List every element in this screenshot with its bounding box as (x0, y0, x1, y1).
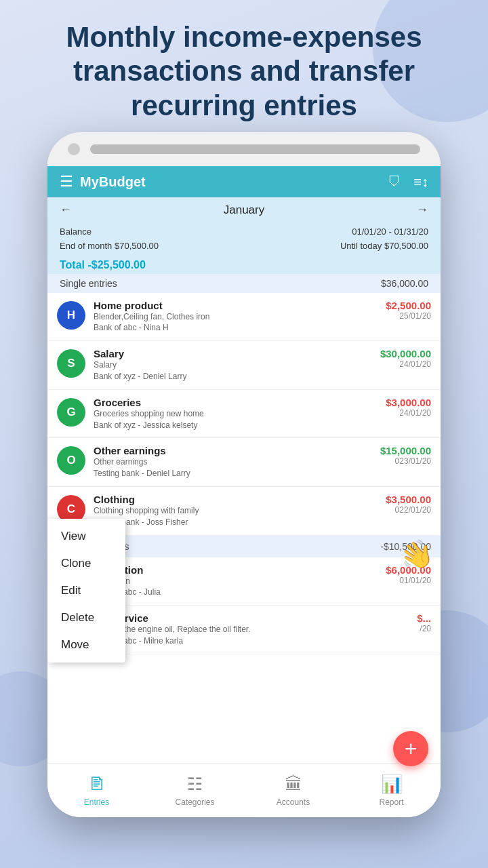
filter-icon[interactable]: ⛉ (388, 174, 401, 190)
nav-accounts-label: Accounts (277, 797, 310, 807)
nav-report-label: Report (379, 797, 403, 807)
app-content: ☰ MyBudget ⛉ ≡↕ ← January → Balance 01/0… (47, 166, 441, 817)
next-month-button[interactable]: → (416, 203, 428, 217)
phone-notch (90, 144, 420, 154)
avatar: O (57, 446, 85, 475)
tx-details: Groceries Groceries shopping new home Ba… (94, 397, 386, 431)
menu-icon[interactable]: ☰ (60, 173, 73, 191)
tx-details: Car service Change the engine oil, Repla… (94, 612, 417, 647)
context-menu-item-clone[interactable]: Clone (47, 550, 125, 577)
app-header: ☰ MyBudget ⛉ ≡↕ (47, 166, 441, 197)
plus-icon: + (405, 738, 418, 760)
context-menu: View Clone Edit Delete Move (47, 519, 125, 663)
single-entries-value: $36,000.00 (381, 278, 428, 289)
context-menu-item-edit[interactable]: Edit (47, 577, 125, 604)
tx-details: Other earnings Other earnings Testing ba… (94, 445, 380, 479)
accounts-icon: 🏛 (285, 774, 302, 795)
table-row[interactable]: G Groceries Groceries shopping new home … (47, 390, 441, 439)
single-entries-label: Single entries (60, 278, 117, 289)
tx-details: Salary Salary Bank of xyz - Deniel Larry (94, 348, 380, 382)
total-row: Total -$25,500.00 (47, 256, 441, 274)
app-header-icons: ⛉ ≡↕ (388, 174, 428, 190)
nav-item-categories[interactable]: ☷ Categories (146, 774, 244, 807)
single-entries-row: Single entries $36,000.00 (47, 274, 441, 293)
month-nav: ← January → (47, 197, 441, 222)
tx-details: Clothing Clothing shopping with family T… (94, 494, 386, 528)
nav-item-entries[interactable]: 🖹 Entries (47, 774, 146, 807)
prev-month-button[interactable]: ← (60, 203, 72, 217)
end-of-month-label: End of month $70,500.00 (60, 239, 159, 254)
balance-label: Balance (60, 225, 92, 239)
phone-camera (68, 143, 80, 155)
app-header-left: ☰ MyBudget (60, 173, 146, 191)
page-header: Monthly income-expenses transactions and… (0, 0, 488, 136)
balance-section: Balance 01/01/20 - 01/31/20 End of month… (47, 222, 441, 256)
balance-range: 01/01/20 - 01/31/20 (352, 225, 428, 239)
table-row[interactable]: O Other earnings Other earnings Testing … (47, 438, 441, 487)
nav-item-report[interactable]: 📊 Report (342, 774, 441, 807)
context-menu-item-view[interactable]: View (47, 523, 125, 550)
avatar: S (57, 349, 85, 378)
sort-icon[interactable]: ≡↕ (413, 174, 428, 190)
phone-mockup: ☰ MyBudget ⛉ ≡↕ ← January → Balance 01/0… (47, 132, 441, 817)
avatar: G (57, 398, 85, 427)
context-menu-item-move[interactable]: Move (47, 631, 125, 658)
categories-icon: ☷ (187, 774, 203, 795)
nav-item-accounts[interactable]: 🏛 Accounts (244, 774, 342, 807)
add-entry-button[interactable]: + (393, 731, 428, 766)
table-row[interactable]: H Home product Blender,Ceiling fan, Clot… (47, 293, 441, 342)
table-row[interactable]: S Salary Salary Bank of xyz - Deniel Lar… (47, 341, 441, 390)
tx-details: Habitation Habitation Bank of abc - Juli… (94, 564, 386, 599)
app-title: MyBudget (80, 174, 146, 190)
bottom-nav: 🖹 Entries ☷ Categories 🏛 Accounts 📊 Repo… (47, 763, 441, 817)
entries-icon: 🖹 (88, 774, 106, 795)
report-icon: 📊 (381, 774, 403, 795)
page-title: Monthly income-expenses transactions and… (34, 20, 454, 123)
avatar: H (57, 301, 85, 330)
context-menu-item-delete[interactable]: Delete (47, 604, 125, 631)
nav-categories-label: Categories (175, 797, 214, 807)
month-label: January (224, 203, 264, 217)
nav-entries-label: Entries (84, 797, 109, 807)
tx-details: Home product Blender,Ceiling fan, Clothe… (94, 300, 386, 334)
phone-top-bar (47, 132, 441, 166)
until-today-value: Until today $70,500.00 (340, 239, 428, 254)
